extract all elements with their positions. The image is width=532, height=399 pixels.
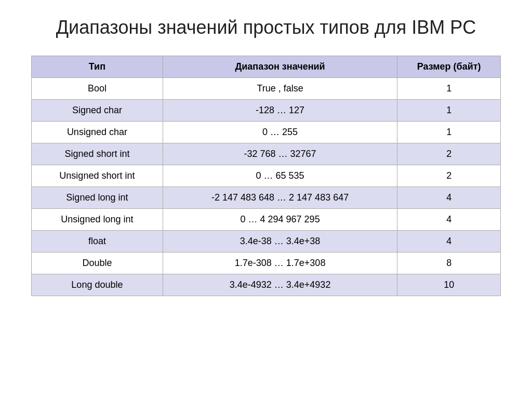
- cell-size: 4: [397, 187, 501, 208]
- cell-range: 1.7e-308 … 1.7e+308: [163, 252, 397, 274]
- cell-range: -2 147 483 648 … 2 147 483 647: [163, 187, 397, 208]
- table-row: Unsigned long int0 … 4 294 967 2954: [32, 208, 501, 230]
- cell-type: Double: [32, 252, 163, 274]
- table-row: Signed short int-32 768 … 327672: [32, 143, 501, 165]
- cell-range: 3.4e-38 … 3.4e+38: [163, 230, 397, 252]
- cell-size: 4: [397, 230, 501, 252]
- cell-type: Unsigned short int: [32, 165, 163, 187]
- cell-range: 0 … 65 535: [163, 165, 397, 187]
- cell-size: 1: [397, 99, 501, 121]
- table-row: BoolTrue , false1: [32, 77, 501, 99]
- cell-type: float: [32, 230, 163, 252]
- cell-size: 2: [397, 143, 501, 165]
- cell-type: Unsigned char: [32, 121, 163, 143]
- cell-size: 1: [397, 77, 501, 99]
- table-header-row: Тип Диапазон значений Размер (байт): [32, 56, 501, 77]
- cell-range: 0 … 4 294 967 295: [163, 208, 397, 230]
- cell-range: -32 768 … 32767: [163, 143, 397, 165]
- table-row: Long double3.4e-4932 … 3.4e+493210: [32, 274, 501, 296]
- cell-range: 0 … 255: [163, 121, 397, 143]
- table-row: Signed long int-2 147 483 648 … 2 147 48…: [32, 187, 501, 208]
- table-row: float3.4e-38 … 3.4e+384: [32, 230, 501, 252]
- header-size: Размер (байт): [397, 56, 501, 77]
- table-row: Double1.7e-308 … 1.7e+3088: [32, 252, 501, 274]
- cell-size: 2: [397, 165, 501, 187]
- cell-range: 3.4e-4932 … 3.4e+4932: [163, 274, 397, 296]
- table-row: Unsigned char0 … 2551: [32, 121, 501, 143]
- cell-size: 8: [397, 252, 501, 274]
- cell-size: 4: [397, 208, 501, 230]
- cell-size: 10: [397, 274, 501, 296]
- cell-size: 1: [397, 121, 501, 143]
- cell-type: Unsigned long int: [32, 208, 163, 230]
- table-row: Unsigned short int0 … 65 5352: [32, 165, 501, 187]
- cell-type: Signed short int: [32, 143, 163, 165]
- cell-type: Signed char: [32, 99, 163, 121]
- cell-range: -128 … 127: [163, 99, 397, 121]
- cell-type: Bool: [32, 77, 163, 99]
- cell-range: True , false: [163, 77, 397, 99]
- header-range: Диапазон значений: [163, 56, 397, 77]
- header-type: Тип: [32, 56, 163, 77]
- cell-type: Long double: [32, 274, 163, 296]
- table-row: Signed char-128 … 1271: [32, 99, 501, 121]
- data-types-table: Тип Диапазон значений Размер (байт) Bool…: [31, 56, 501, 296]
- page-title: Диапазоны значений простых типов для IBM…: [56, 16, 476, 40]
- cell-type: Signed long int: [32, 187, 163, 208]
